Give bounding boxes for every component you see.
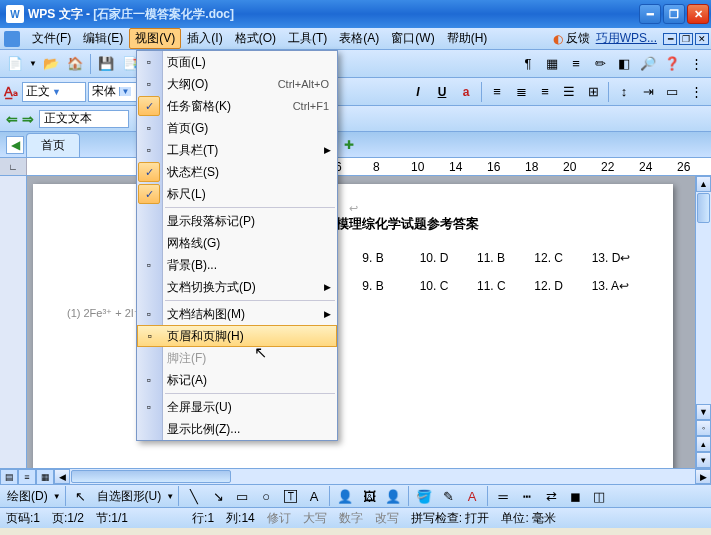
autoshape-menu[interactable]: 自选图形(U): [94, 488, 165, 505]
menu-item-状态栏(S)[interactable]: ✓状态栏(S): [137, 161, 337, 183]
menu-item-page-icon[interactable]: ▫页面(L): [137, 51, 337, 73]
tab-nav-left[interactable]: ◀: [6, 136, 24, 154]
shadow-button[interactable]: ◼: [564, 485, 586, 507]
menu-tools[interactable]: 工具(T): [282, 28, 333, 49]
menu-window[interactable]: 窗口(W): [385, 28, 440, 49]
drawing-button[interactable]: ✏: [589, 53, 611, 75]
menu-format[interactable]: 格式(O): [229, 28, 282, 49]
hscroll-thumb[interactable]: [71, 470, 231, 483]
menu-item-outline-icon[interactable]: ▫大纲(O)Ctrl+Alt+O: [137, 73, 337, 95]
view-page-button[interactable]: ▦: [36, 469, 54, 485]
align-center-button[interactable]: ≣: [510, 81, 532, 103]
open-button[interactable]: 📂: [40, 53, 62, 75]
italic-button[interactable]: I: [407, 81, 429, 103]
select-button[interactable]: ↖: [70, 485, 92, 507]
menu-help[interactable]: 帮助(H): [441, 28, 494, 49]
line-style-button[interactable]: ═: [492, 485, 514, 507]
status-overwrite[interactable]: 改写: [375, 510, 399, 527]
vertical-scrollbar[interactable]: ▲ ▼ ◦ ▴ ▾: [695, 176, 711, 468]
lowercase-a-button[interactable]: a: [455, 81, 477, 103]
borders-button[interactable]: ▭: [661, 81, 683, 103]
paragraph-button[interactable]: ¶: [517, 53, 539, 75]
scroll-right-button[interactable]: ▶: [695, 469, 711, 484]
menu-table[interactable]: 表格(A): [333, 28, 385, 49]
menu-item-home-icon[interactable]: ▫首页(G): [137, 117, 337, 139]
add-tab-button[interactable]: ✚: [340, 136, 358, 154]
page-area[interactable]: ↩ 10 年石家庄高三一模理综化学试题参考答案 B. D9. B10. D11.…: [27, 176, 695, 468]
arrow-button[interactable]: ↘: [207, 485, 229, 507]
menu-item-文档切换方式(D)[interactable]: 文档切换方式(D)▶: [137, 276, 337, 298]
menu-view[interactable]: 视图(V): [129, 28, 181, 49]
menu-item-显示比例(Z)...[interactable]: 显示比例(Z)...: [137, 418, 337, 440]
tips-link[interactable]: 巧用WPS...: [596, 30, 657, 47]
status-track[interactable]: 修订: [267, 510, 291, 527]
font-color-button[interactable]: A: [461, 485, 483, 507]
zoom-button[interactable]: 🔎: [637, 53, 659, 75]
save-button[interactable]: 💾: [95, 53, 117, 75]
maximize-button[interactable]: ❐: [663, 4, 685, 24]
subwin-restore[interactable]: ❐: [679, 33, 693, 45]
dash-style-button[interactable]: ┅: [516, 485, 538, 507]
draw-menu[interactable]: 绘图(D): [4, 488, 51, 505]
view-normal-button[interactable]: ▤: [0, 469, 18, 485]
columns-button[interactable]: ≡: [565, 53, 587, 75]
fill-color-button[interactable]: 🪣: [413, 485, 435, 507]
view-outline-button[interactable]: ≡: [18, 469, 36, 485]
promote-arrow[interactable]: ⇐: [6, 111, 18, 127]
menu-item-显示段落标记(P)[interactable]: 显示段落标记(P): [137, 210, 337, 232]
subwin-close[interactable]: ✕: [695, 33, 709, 45]
new-button[interactable]: 📄: [4, 53, 26, 75]
menu-edit[interactable]: 编辑(E): [77, 28, 129, 49]
help-button[interactable]: ❓: [661, 53, 683, 75]
status-num[interactable]: 数字: [339, 510, 363, 527]
tab-home[interactable]: 首页: [26, 133, 80, 157]
demote-arrow[interactable]: ⇒: [22, 111, 34, 127]
prev-page-button[interactable]: ▴: [696, 436, 711, 452]
rect-button[interactable]: ▭: [231, 485, 253, 507]
status-caps[interactable]: 大写: [303, 510, 327, 527]
menu-item-任务窗格(K)[interactable]: ✓任务窗格(K)Ctrl+F1: [137, 95, 337, 117]
menu-item-标尺(L)[interactable]: ✓标尺(L): [137, 183, 337, 205]
horizontal-scrollbar[interactable]: ▤ ≡ ▦ ◀ ▶: [0, 468, 711, 484]
scroll-down-button[interactable]: ▼: [696, 404, 711, 420]
style-combo[interactable]: 正文▼: [22, 82, 86, 102]
vertical-ruler[interactable]: [0, 176, 27, 468]
line-button[interactable]: ╲: [183, 485, 205, 507]
menu-item-docmap-icon[interactable]: ▫文档结构图(M)▶: [137, 303, 337, 325]
menu-item-markup-icon[interactable]: ▫标记(A): [137, 369, 337, 391]
horizontal-ruler[interactable]: 4681014161820222426283032343638: [27, 158, 711, 175]
align-left-button[interactable]: ≡: [486, 81, 508, 103]
person2-icon[interactable]: 👤: [382, 485, 404, 507]
status-unit[interactable]: 单位: 毫米: [501, 510, 556, 527]
scroll-left-button[interactable]: ◀: [54, 469, 70, 484]
close-button[interactable]: ✕: [687, 4, 709, 24]
oval-button[interactable]: ○: [255, 485, 277, 507]
menu-item-网格线(G)[interactable]: 网格线(G): [137, 232, 337, 254]
page-nav-button[interactable]: ◦: [696, 420, 711, 436]
scroll-up-button[interactable]: ▲: [696, 176, 711, 192]
feedback-link[interactable]: ◐反馈: [553, 30, 590, 47]
textbox-button[interactable]: 🅃: [279, 485, 301, 507]
indent-button[interactable]: ⇥: [637, 81, 659, 103]
home-button[interactable]: 🏠: [64, 53, 86, 75]
scroll-thumb[interactable]: [697, 193, 710, 223]
next-page-button[interactable]: ▾: [696, 452, 711, 468]
table-button[interactable]: ▦: [541, 53, 563, 75]
outline-level-combo[interactable]: 正文文本: [39, 110, 129, 128]
menu-item-background-icon[interactable]: ▫背景(B)...: [137, 254, 337, 276]
menu-insert[interactable]: 插入(I): [181, 28, 228, 49]
docmap-button[interactable]: ◧: [613, 53, 635, 75]
picture-button[interactable]: 🖼: [358, 485, 380, 507]
menu-file[interactable]: 文件(F): [26, 28, 77, 49]
distribute-button[interactable]: ⊞: [582, 81, 604, 103]
justify-button[interactable]: ☰: [558, 81, 580, 103]
menu-item-toolbar-icon[interactable]: ▫工具栏(T)▶: [137, 139, 337, 161]
menu-item-header-footer-icon[interactable]: ▫页眉和页脚(H): [137, 325, 337, 347]
new-dropdown[interactable]: ▼: [28, 53, 38, 75]
status-spell[interactable]: 拼写检查: 打开: [411, 510, 490, 527]
underline-button[interactable]: U: [431, 81, 453, 103]
wordart-button[interactable]: A: [303, 485, 325, 507]
3d-button[interactable]: ◫: [588, 485, 610, 507]
arrow-style-button[interactable]: ⇄: [540, 485, 562, 507]
align-right-button[interactable]: ≡: [534, 81, 556, 103]
